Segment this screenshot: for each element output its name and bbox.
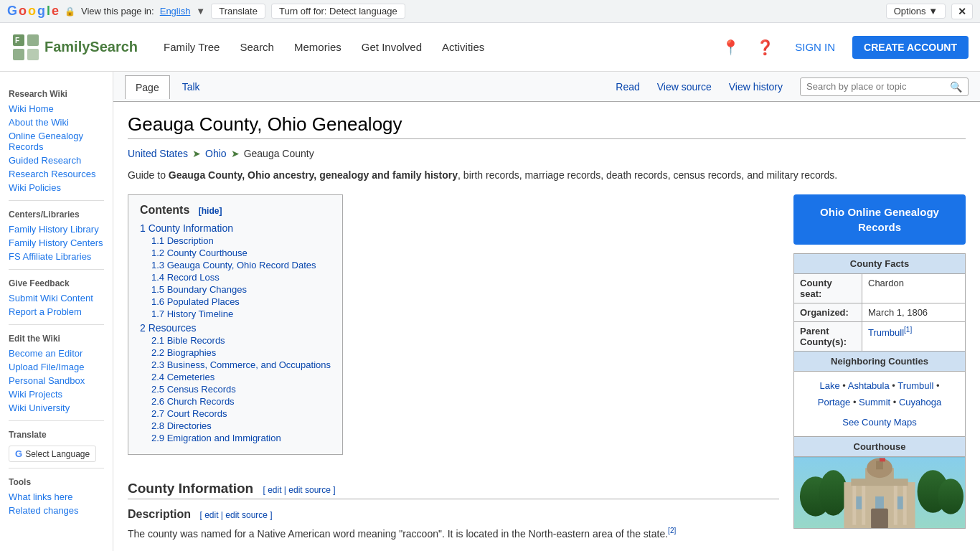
sidebar-personal-sandbox[interactable]: Personal Sandbox [9,374,104,387]
select-language-button[interactable]: G Select Language [9,446,96,462]
contents-link-1[interactable]: 1 County Information [140,222,233,234]
parent-county-link[interactable]: Trumbull [868,327,904,338]
sidebar-family-history-library[interactable]: Family History Library [9,222,104,236]
contents-link-1-4[interactable]: 1.4 Record Loss [151,272,220,283]
svg-rect-20 [903,486,907,525]
neighboring-counties-list: Lake • Ashtabula • Trumbull • Portage • … [793,372,966,437]
nav-memories[interactable]: Memories [286,37,350,57]
contents-item-2-1: 2.1 Bible Records [151,335,331,346]
tab-view-source[interactable]: View source [649,75,720,98]
contents-sub-1: 1.1 Description 1.2 County Courthouse 1.… [140,235,331,319]
nav-activities[interactable]: Activities [433,37,493,57]
contents-link-2-3[interactable]: 2.3 Business, Commerce, and Occupations [151,359,331,370]
sidebar-about-wiki[interactable]: About the Wiki [9,116,104,129]
neighbor-cuyahoga[interactable]: Cuyahoga [899,397,941,408]
wiki-search-input[interactable] [801,78,944,95]
wiki-search-button[interactable]: 🔍 [944,78,968,95]
contents-link-1-5[interactable]: 1.5 Boundary Changes [151,284,247,295]
sidebar-research-resources[interactable]: Research Resources [9,167,104,181]
main-header: F FamilySearch Family Tree Search Memori… [0,23,980,72]
edit-wiki-title: Edit the Wiki [9,334,104,344]
description-edit-source[interactable]: edit source [225,510,268,520]
tab-view-history[interactable]: View history [720,75,791,98]
sidebar-wiki-projects[interactable]: Wiki Projects [9,387,104,401]
options-button[interactable]: Options ▼ [886,4,946,19]
contents-link-2-8[interactable]: 2.8 Directories [151,420,212,431]
contents-link-2-9[interactable]: 2.9 Emigration and Immigration [151,433,281,443]
sidebar-upload-file[interactable]: Upload File/Image [9,360,104,374]
sidebar-submit-wiki[interactable]: Submit Wiki Content [9,291,104,305]
main-nav: Family Tree Search Memories Get Involved… [155,37,493,57]
sidebar-related-changes[interactable]: Related changes [9,504,104,517]
contents-item-1-1: 1.1 Description [151,235,331,246]
sidebar-become-editor[interactable]: Become an Editor [9,347,104,360]
neighbor-portage[interactable]: Portage [818,397,851,408]
contents-link-2-4[interactable]: 2.4 Cemeteries [151,372,215,382]
sidebar-family-history-centers[interactable]: Family History Centers [9,236,104,250]
contents-hide[interactable]: [hide] [199,206,222,216]
tab-page[interactable]: Page [125,75,170,99]
contents-item-1-3: 1.3 Geauga County, Ohio Record Dates [151,260,331,270]
tab-talk[interactable]: Talk [171,75,211,98]
description-heading: Description [ edit | edit source ] [128,508,779,521]
nav-get-involved[interactable]: Get Involved [353,37,430,57]
breadcrumb-arrow-2: ➤ [231,148,240,159]
description-edit[interactable]: edit [204,510,218,520]
close-button[interactable]: ✕ [951,4,973,19]
ohio-genealogy-button[interactable]: Ohio Online Genealogy Records [793,194,966,245]
translate-button[interactable]: Translate [211,4,265,19]
neighbor-summit[interactable]: Summit [859,397,890,408]
neighbor-lake[interactable]: Lake [820,380,840,391]
contents-title: Contents [hide] [140,204,331,217]
county-info-edit[interactable]: edit [268,485,281,495]
turn-off-button[interactable]: Turn off for: Detect language [271,4,405,19]
sidebar-fs-affiliate[interactable]: FS Affiliate Libraries [9,250,104,263]
language-dropdown[interactable]: ▼ [196,6,205,17]
contents-link-2-7[interactable]: 2.7 Court Records [151,408,227,419]
contents-link-1-7[interactable]: 1.7 History Timeline [151,309,233,319]
logo-link[interactable]: F FamilySearch [11,33,138,62]
language-link[interactable]: English [160,6,191,17]
contents-link-2-6[interactable]: 2.6 Church Records [151,396,235,407]
contents-link-2[interactable]: 2 Resources [140,322,197,334]
logo-icon: F [11,33,40,62]
logo-family: Family [44,39,90,55]
sidebar-divider-5 [9,468,104,468]
sidebar-guided-research[interactable]: Guided Research [9,154,104,167]
county-info-edit-links: [ edit | edit source ] [263,485,335,495]
neighbor-ashtabula[interactable]: Ashtabula [848,380,890,391]
breadcrumb: United States ➤ Ohio ➤ Geauga County [128,148,966,159]
parent-county-ref[interactable]: [1] [904,326,912,334]
svg-rect-19 [894,486,897,525]
sidebar-online-genealogy[interactable]: Online Genealogy Records [9,129,104,154]
sidebar-wiki-policies[interactable]: Wiki Policies [9,181,104,194]
nav-search[interactable]: Search [231,37,283,57]
contents-link-1-2[interactable]: 1.2 County Courthouse [151,248,248,258]
contents-link-1-1[interactable]: 1.1 Description [151,235,214,246]
contents-link-2-2[interactable]: 2.2 Biographies [151,347,216,358]
see-county-maps-link[interactable]: See County Maps [800,414,959,430]
contents-link-1-6[interactable]: 1.6 Populated Places [151,296,240,307]
nav-family-tree[interactable]: Family Tree [155,37,228,57]
courthouse-title: Courthouse [793,437,966,457]
location-icon-button[interactable]: 📍 [717,34,743,60]
wiki-search-box: 🔍 [800,77,969,96]
sidebar-wiki-university[interactable]: Wiki University [9,401,104,415]
breadcrumb-us[interactable]: United States [128,148,188,159]
contents-item-1: 1 County Information 1.1 Description 1.2… [140,222,331,319]
neighbor-trumbull[interactable]: Trumbull [897,380,933,391]
contents-link-1-3[interactable]: 1.3 Geauga County, Ohio Record Dates [151,260,316,270]
intro-paragraph: Guide to Geauga County, Ohio ancestry, g… [128,168,966,183]
contents-link-2-5[interactable]: 2.5 Census Records [151,384,236,395]
help-icon-button[interactable]: ❓ [752,34,778,60]
sidebar-divider-2 [9,269,104,270]
contents-link-2-1[interactable]: 2.1 Bible Records [151,335,225,346]
create-account-button[interactable]: CREATE ACCOUNT [852,36,969,59]
sidebar-what-links[interactable]: What links here [9,490,104,504]
sidebar-wiki-home[interactable]: Wiki Home [9,102,104,116]
tab-read[interactable]: Read [607,75,648,98]
sidebar-report-problem[interactable]: Report a Problem [9,305,104,319]
breadcrumb-ohio[interactable]: Ohio [205,148,227,159]
sign-in-button[interactable]: SIGN IN [786,37,844,57]
county-info-edit-source[interactable]: edit source [288,485,331,495]
